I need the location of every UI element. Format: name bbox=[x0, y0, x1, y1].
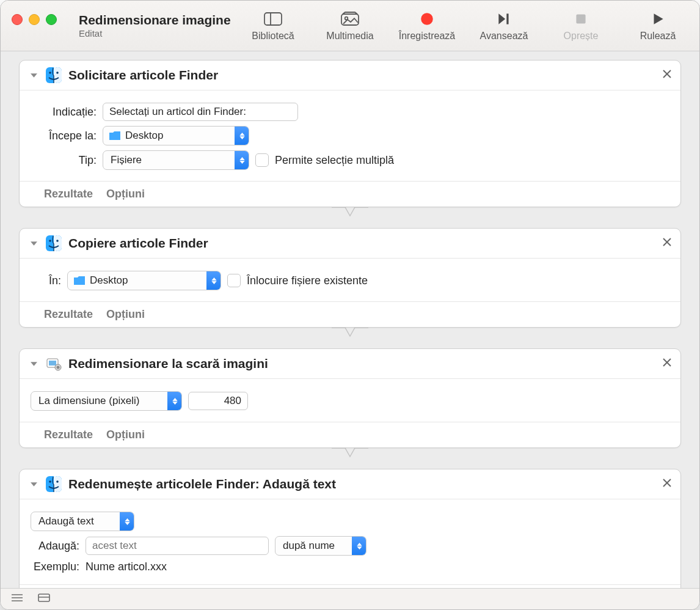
svg-rect-6 bbox=[576, 14, 585, 23]
toolbar-stop-button[interactable]: Oprește bbox=[550, 10, 611, 42]
destination-value: Desktop bbox=[90, 274, 133, 287]
close-icon[interactable] bbox=[662, 478, 672, 490]
popup-chevron-icon bbox=[235, 151, 249, 169]
in-label: În: bbox=[42, 274, 61, 287]
options-button[interactable]: Opțiuni bbox=[106, 188, 145, 200]
popup-chevron-icon bbox=[352, 537, 366, 555]
size-input[interactable] bbox=[188, 392, 248, 410]
svg-point-30 bbox=[49, 480, 51, 483]
finder-icon bbox=[45, 67, 62, 84]
toolbar: Redimensionare imagine Editat Bibliotecă… bbox=[1, 1, 699, 51]
action-footer: Rezultate Opțiuni bbox=[20, 181, 680, 207]
toolbar-library-label: Bibliotecă bbox=[252, 31, 294, 42]
toolbar-media-button[interactable]: Multimedia bbox=[319, 10, 381, 42]
toolbar-step-button[interactable]: Avansează bbox=[473, 10, 534, 42]
toolbar-library-button[interactable]: Bibliotecă bbox=[242, 10, 304, 42]
allow-multiple-label: Permite selecție multiplă bbox=[275, 154, 394, 167]
disclosure-icon[interactable] bbox=[28, 360, 39, 368]
results-button[interactable]: Rezultate bbox=[44, 308, 93, 321]
prompt-label: Indicație: bbox=[42, 106, 97, 119]
close-icon[interactable] bbox=[662, 69, 672, 81]
window-title: Redimensionare imagine bbox=[79, 13, 231, 27]
start-location-value: Desktop bbox=[125, 130, 168, 142]
close-window-button[interactable] bbox=[12, 14, 23, 25]
action-body: Adaugă text Adaugă: după nume Exempl bbox=[20, 499, 680, 584]
stop-icon bbox=[572, 10, 590, 28]
svg-rect-0 bbox=[264, 13, 282, 25]
status-bar bbox=[1, 588, 699, 609]
options-button[interactable]: Opțiuni bbox=[106, 308, 145, 321]
rename-mode-popup[interactable]: Adaugă text bbox=[31, 512, 134, 531]
action-body: În: Desktop Înlocuire fișiere existente bbox=[20, 259, 680, 301]
toolbar-record-button[interactable]: Înregistrează bbox=[396, 10, 458, 42]
variables-view-button[interactable] bbox=[37, 593, 51, 605]
automator-window: Redimensionare imagine Editat Bibliotecă… bbox=[0, 0, 700, 610]
disclosure-icon[interactable] bbox=[28, 72, 39, 79]
start-label: Începe la: bbox=[42, 130, 97, 142]
toolbar-run-label: Rulează bbox=[640, 31, 676, 42]
start-location-popup[interactable]: Desktop bbox=[103, 126, 249, 145]
destination-popup[interactable]: Desktop bbox=[67, 271, 221, 290]
allow-multiple-checkbox[interactable] bbox=[255, 153, 269, 167]
prompt-input[interactable] bbox=[103, 103, 298, 121]
action-title: Redimensionare la scară imagini bbox=[68, 356, 268, 371]
play-icon bbox=[649, 10, 667, 28]
log-view-button[interactable] bbox=[10, 593, 24, 605]
action-header[interactable]: Redenumește articolele Finder: Adaugă te… bbox=[20, 469, 680, 499]
replace-existing-checkbox[interactable] bbox=[227, 274, 241, 287]
toolbar-run-button[interactable]: Rulează bbox=[627, 10, 688, 42]
action-header[interactable]: Redimensionare la scară imagini bbox=[20, 349, 680, 379]
title-block: Redimensionare imagine Editat bbox=[73, 13, 231, 39]
window-subtitle: Editat bbox=[79, 28, 231, 39]
action-footer: Rezultate Opțiuni bbox=[20, 301, 680, 327]
type-popup[interactable]: Fișiere bbox=[103, 150, 249, 170]
connector bbox=[9, 328, 691, 348]
svg-rect-5 bbox=[506, 13, 508, 24]
zoom-window-button[interactable] bbox=[46, 14, 57, 25]
add-text-input[interactable] bbox=[86, 537, 269, 555]
svg-point-31 bbox=[56, 480, 59, 483]
results-button[interactable]: Rezultate bbox=[44, 188, 93, 200]
close-icon[interactable] bbox=[662, 237, 672, 249]
action-rename-finder-items: Redenumește articolele Finder: Adaugă te… bbox=[19, 469, 681, 588]
svg-point-18 bbox=[56, 240, 59, 242]
svg-point-10 bbox=[49, 72, 51, 74]
scale-mode-popup[interactable]: La dimensiune (pixeli) bbox=[31, 391, 182, 411]
folder-icon bbox=[73, 274, 86, 287]
options-button[interactable]: Opțiuni bbox=[106, 428, 145, 441]
popup-chevron-icon bbox=[235, 127, 249, 145]
toolbar-buttons: Bibliotecă Multimedia Înregistrează Avan… bbox=[242, 10, 688, 42]
action-scale-images: Redimensionare la scară imagini La dimen… bbox=[19, 348, 681, 448]
position-popup[interactable]: după nume bbox=[275, 536, 366, 556]
action-ask-finder-items: Solicitare articole Finder Indicație: În… bbox=[19, 60, 681, 207]
svg-rect-22 bbox=[49, 361, 56, 366]
preview-icon bbox=[45, 355, 62, 372]
action-header[interactable]: Copiere articole Finder bbox=[20, 229, 680, 259]
finder-icon bbox=[45, 476, 62, 493]
action-footer: Rezultate Opțiuni bbox=[20, 584, 680, 588]
step-forward-icon bbox=[495, 10, 513, 28]
disclosure-icon[interactable] bbox=[28, 480, 39, 488]
action-body: Indicație: Începe la: Desktop Tip: Fi bbox=[20, 90, 680, 181]
svg-point-17 bbox=[49, 240, 51, 242]
record-icon bbox=[418, 10, 436, 28]
action-header[interactable]: Solicitare articole Finder bbox=[20, 61, 680, 90]
action-title: Copiere articole Finder bbox=[68, 236, 208, 251]
workflow-area[interactable]: Solicitare articole Finder Indicație: În… bbox=[1, 51, 699, 588]
toolbar-record-label: Înregistrează bbox=[399, 31, 456, 42]
add-label: Adaugă: bbox=[31, 540, 79, 553]
action-body: La dimensiune (pixeli) bbox=[20, 379, 680, 422]
type-label: Tip: bbox=[42, 154, 97, 167]
connector bbox=[9, 207, 691, 228]
close-icon[interactable] bbox=[662, 358, 672, 370]
example-label: Exemplu: bbox=[31, 560, 79, 573]
rename-mode-value: Adaugă text bbox=[36, 515, 99, 527]
replace-existing-label: Înlocuire fișiere existente bbox=[247, 274, 368, 287]
minimize-window-button[interactable] bbox=[29, 14, 40, 25]
action-footer: Rezultate Opțiuni bbox=[20, 422, 680, 447]
disclosure-icon[interactable] bbox=[28, 240, 39, 248]
connector bbox=[9, 448, 691, 469]
position-value: după nume bbox=[280, 540, 340, 552]
popup-chevron-icon bbox=[167, 392, 181, 410]
results-button[interactable]: Rezultate bbox=[44, 428, 93, 441]
